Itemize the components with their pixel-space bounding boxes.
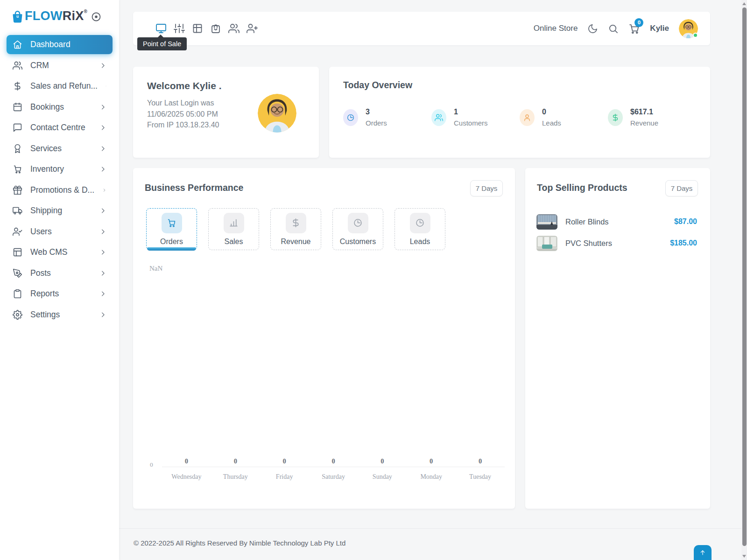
- chart-category-label: Wednesday: [162, 473, 211, 481]
- top-selling-range-button[interactable]: 7 Days: [665, 180, 698, 196]
- sidebar-item-inventory[interactable]: Inventory: [7, 160, 113, 179]
- sidebar-item-promotions-d[interactable]: Promotions & D...: [7, 181, 113, 200]
- metric-tabs: Orders Sales Revenue Customers Leads: [146, 208, 445, 250]
- chart-column-friday: 0Friday: [260, 457, 309, 481]
- chart-empty-label: NaN: [149, 265, 162, 273]
- chart-category-label: Friday: [260, 473, 309, 481]
- grid-icon: [192, 23, 203, 34]
- tab-label: Leads: [410, 238, 430, 246]
- product-name: PVC Shutters: [565, 239, 612, 248]
- chart-y-axis-tick: 0: [150, 461, 153, 469]
- sidebar-item-contact-centre[interactable]: Contact Centre: [7, 118, 113, 137]
- sidebar-item-sales-and-refun[interactable]: Sales and Refun...: [7, 77, 113, 96]
- brand-bag-icon: u: [10, 9, 25, 24]
- cart-button[interactable]: 0: [628, 23, 640, 35]
- users-icon: [435, 113, 443, 122]
- footer: © 2022-2025 All Rights Reserved By Nimbl…: [119, 528, 741, 560]
- bag-icon: [210, 23, 221, 34]
- scroll-to-top-button[interactable]: [694, 545, 712, 560]
- bar-chart-icon: [229, 218, 239, 228]
- chart-value-label: 0: [358, 457, 407, 465]
- cart-icon: [13, 164, 22, 174]
- award-icon: [13, 144, 22, 154]
- stat-label: Orders: [366, 119, 387, 127]
- sidebar-item-label: Web CMS: [30, 247, 67, 257]
- copyright-text: © 2022-2025 All Rights Reserved By Nimbl…: [134, 539, 345, 547]
- product-row-roller-blinds[interactable]: Roller Blinds $87.00: [536, 211, 697, 232]
- scrollbar-down-arrow[interactable]: [742, 555, 746, 558]
- tab-sales[interactable]: Sales: [208, 208, 259, 250]
- tab-revenue[interactable]: Revenue: [270, 208, 321, 250]
- toolbar: [155, 23, 258, 34]
- sidebar-item-reports[interactable]: Reports: [7, 284, 113, 303]
- online-store-link[interactable]: Online Store: [534, 24, 578, 33]
- chart-column-saturday: 0Saturday: [309, 457, 358, 481]
- chart-column-tuesday: 0Tuesday: [456, 457, 505, 481]
- sliders-icon: [174, 23, 185, 34]
- stat-label: Revenue: [630, 119, 658, 127]
- chevron-right-icon: [102, 187, 106, 194]
- sidebar-item-shipping[interactable]: Shipping: [7, 201, 113, 220]
- users-icon: [13, 61, 22, 70]
- chart-column-thursday: 0Thursday: [211, 457, 260, 481]
- tooltip-text: Point of Sale: [143, 40, 181, 48]
- app-root: u FLOWRiX® Dashboard CRM Sales and Refun…: [0, 0, 747, 560]
- monitor-icon: [155, 23, 167, 34]
- sidebar-item-bookings[interactable]: Bookings: [7, 98, 113, 117]
- chart-category-label: Monday: [407, 473, 456, 481]
- sidebar-item-label: Services: [30, 144, 62, 154]
- chevron-right-icon: [99, 124, 106, 131]
- top-selling-title: Top Selling Products: [537, 182, 627, 193]
- sidebar-item-label: Inventory: [30, 164, 64, 174]
- chevron-right-icon: [99, 270, 106, 277]
- page-scrollbar[interactable]: [741, 0, 747, 560]
- tab-orders[interactable]: Orders: [146, 208, 197, 250]
- cart-badge: 0: [634, 18, 643, 27]
- business-performance-range-button[interactable]: 7 Days: [470, 180, 503, 196]
- scrollbar-thumb[interactable]: [742, 7, 747, 546]
- sidebar-item-crm[interactable]: CRM: [7, 56, 113, 75]
- roller-blinds-thumb: [536, 214, 557, 230]
- sidebar-item-settings[interactable]: Settings: [7, 305, 113, 324]
- chart-value-label: 0: [260, 457, 309, 465]
- toolbar-button-shopping-bag[interactable]: [210, 23, 221, 34]
- chevron-right-icon: [99, 249, 106, 256]
- toolbar-button-add-user[interactable]: [247, 23, 258, 34]
- pie-chart-icon: [353, 218, 363, 228]
- user-avatar[interactable]: [679, 19, 698, 38]
- sidebar-item-web-cms[interactable]: Web CMS: [7, 243, 113, 262]
- sidebar-item-label: Bookings: [30, 102, 64, 112]
- sidebar-item-posts[interactable]: Posts: [7, 264, 113, 283]
- toolbar-button-sliders[interactable]: [174, 23, 185, 34]
- scrollbar-up-arrow[interactable]: [742, 2, 746, 5]
- tab-leads[interactable]: Leads: [395, 208, 445, 250]
- sidebar-item-label: Promotions & D...: [30, 185, 94, 195]
- business-performance-title: Business Performance: [145, 182, 243, 193]
- stat-label: Leads: [542, 119, 561, 127]
- product-list: Roller Blinds $87.00 PVC Shutters $185.0…: [536, 211, 697, 254]
- search-button[interactable]: [608, 23, 619, 34]
- gift-icon: [13, 185, 22, 195]
- users-icon: [228, 23, 240, 34]
- layout-icon: [13, 247, 22, 257]
- user-icon: [523, 113, 531, 122]
- pvc-shutters-thumb: [536, 236, 557, 251]
- chevron-right-icon: [99, 104, 106, 111]
- chat-icon: [13, 123, 22, 133]
- product-row-pvc-shutters[interactable]: PVC Shutters $185.00: [536, 232, 697, 254]
- dark-mode-button[interactable]: [587, 23, 598, 34]
- sidebar-item-dashboard[interactable]: Dashboard: [7, 35, 113, 54]
- user-plus-icon: [247, 23, 258, 34]
- sidebar: u FLOWRiX® Dashboard CRM Sales and Refun…: [0, 0, 119, 560]
- toolbar-button-grid[interactable]: [192, 23, 203, 34]
- toolbar-button-point-of-sale[interactable]: [155, 23, 167, 34]
- tab-label: Revenue: [281, 238, 310, 246]
- chart-column-wednesday: 0Wednesday: [162, 457, 211, 481]
- sidebar-item-services[interactable]: Services: [7, 139, 113, 158]
- sidebar-item-users[interactable]: Users: [7, 222, 113, 241]
- logo[interactable]: u FLOWRiX®: [0, 0, 119, 27]
- today-overview-card: Today Overview 3 Orders 1 Customers: [329, 67, 710, 158]
- toolbar-button-customers[interactable]: [228, 23, 240, 34]
- tab-customers[interactable]: Customers: [332, 208, 383, 250]
- cart-icon: [167, 218, 176, 228]
